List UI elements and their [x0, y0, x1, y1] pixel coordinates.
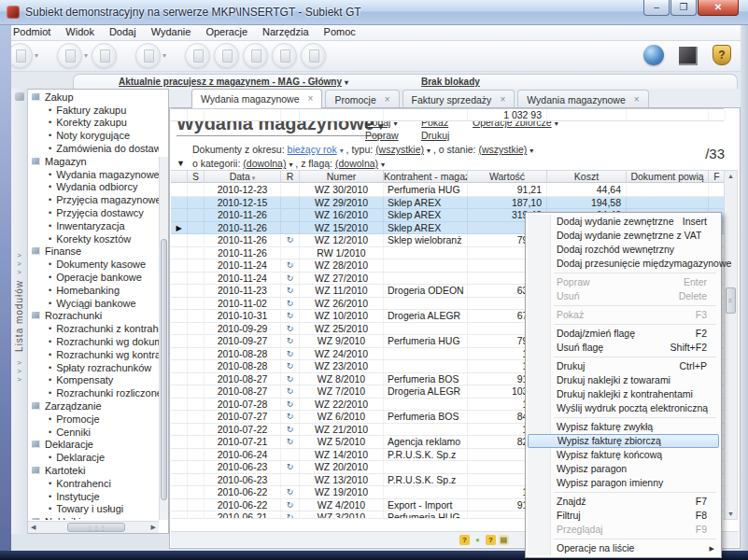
toolbar-button[interactable] [243, 43, 268, 68]
context-menu-item[interactable]: Dodaj wydanie zewnętrzneInsert [528, 215, 719, 229]
column-header[interactable]: Data▾ [205, 171, 281, 182]
dropdown-arrow-icon[interactable]: ▾ [35, 51, 38, 60]
tab-item[interactable]: Promocje× [325, 90, 399, 108]
sidebar-item[interactable]: •Wydania magazynowe [28, 168, 159, 181]
sidebar-item[interactable]: •Rozrachunki z kontrahent [28, 322, 159, 335]
filter-flag-value[interactable]: (dowolna) [335, 158, 385, 169]
tab-item[interactable]: Wydania magazynowe× [191, 89, 322, 108]
filter-category-value[interactable]: (dowolna) [243, 158, 292, 169]
sidebar-group[interactable]: Naklejki [28, 515, 159, 520]
sidebar-group[interactable]: Magazyn [28, 155, 159, 168]
menu-item[interactable]: Pomoc [317, 25, 363, 40]
context-menu-item[interactable]: PokażF3 [528, 308, 719, 322]
pin-icon[interactable] [15, 92, 24, 101]
context-menu-item[interactable]: Dodaj rozchód wewnętrzny [528, 243, 719, 257]
context-menu-item[interactable]: Wypisz fakturę końcową [528, 448, 719, 462]
menu-item[interactable]: Wydanie [144, 25, 199, 40]
context-menu-item[interactable]: Dodaj/zmień flagęF2 [528, 327, 719, 341]
dropdown-arrow-icon[interactable]: ▾ [84, 51, 88, 60]
context-menu-item[interactable]: Usuń flagęShift+F2 [528, 341, 719, 355]
toolbar-button[interactable] [7, 43, 33, 68]
context-menu-item[interactable]: Drukuj naklejki z kontrahentami [528, 387, 719, 401]
tab-item[interactable]: Wydania magazynowe× [517, 90, 648, 108]
scroll-right-icon[interactable]: ▶ [151, 524, 156, 531]
sidebar-item[interactable]: •Operacje bankowe [28, 271, 159, 284]
module-strip[interactable]: > > > Lista modułów > > > [11, 89, 28, 534]
column-header[interactable]: Dokument powią [627, 171, 709, 182]
toolbar-button[interactable] [135, 43, 161, 68]
column-header[interactable]: R [281, 171, 300, 182]
sidebar-group[interactable]: Rozrachunki [28, 310, 159, 323]
sidebar-item[interactable]: •Wyciągi bankowe [28, 297, 159, 310]
sidebar-vertical-scrollbar[interactable] [159, 157, 168, 520]
sidebar-item[interactable]: •Zamówienia do dostawcó [28, 142, 159, 155]
lock-status-link[interactable]: Brak blokady [421, 77, 480, 87]
column-header[interactable]: Wartość [468, 171, 547, 182]
sidebar-group[interactable]: Deklaracje [28, 439, 159, 452]
scrollbar-thumb[interactable] [161, 239, 167, 500]
menu-item[interactable]: Operacje [198, 25, 255, 40]
sidebar-group[interactable]: Kartoteki [28, 464, 159, 477]
column-header[interactable]: Kontrahent - magaz [384, 171, 468, 182]
minimize-button[interactable]: – [643, 0, 670, 16]
sidebar-item[interactable]: •Kontrahenci [28, 477, 159, 490]
print-link[interactable]: Drukuj [421, 130, 449, 141]
sidebar-item[interactable]: •Cenniki [28, 426, 159, 439]
filter-state-value[interactable]: (wszystkie) [478, 144, 533, 155]
close-icon[interactable]: × [385, 95, 390, 105]
context-menu-item[interactable]: ZnajdźF7 [528, 495, 719, 509]
help-shield-icon[interactable]: ? [713, 45, 731, 65]
sidebar-item[interactable]: •Promocje [28, 413, 159, 426]
column-header[interactable]: Numer [300, 171, 384, 182]
dropdown-arrow-icon[interactable]: ▾ [162, 51, 166, 60]
toolbar-button[interactable] [214, 43, 239, 68]
context-menu-item[interactable]: Wypisz fakturę zbiorczą [528, 434, 719, 448]
sidebar-item[interactable]: •Spłaty rozrachunków [28, 361, 159, 374]
sidebar-item[interactable]: •Deklaracje [28, 451, 159, 464]
sidebar-item[interactable]: •Korekty zakupu [28, 117, 159, 130]
sidebar-item[interactable]: •Przyjęcia dostawcy [28, 206, 159, 219]
close-icon[interactable]: × [634, 95, 640, 105]
context-menu-item[interactable]: Drukuj naklejki z towarami [528, 373, 719, 387]
sidebar-item[interactable]: •Faktury zakupu [28, 104, 159, 117]
toolbar-button[interactable] [272, 43, 297, 68]
sidebar-group[interactable]: Zakup [28, 91, 159, 104]
active-magazine-link[interactable]: Aktualnie pracujesz z magazynem - MAG - … [119, 77, 348, 87]
close-icon[interactable]: × [500, 95, 505, 105]
context-menu-item[interactable]: DrukujCtrl+P [528, 359, 719, 373]
sidebar-item[interactable]: •Homebanking [28, 284, 159, 297]
context-menu-item[interactable]: Wypisz fakturę zwykłą [528, 420, 719, 434]
tab-item[interactable]: Faktury sprzedaży× [402, 90, 515, 108]
filter-period-value[interactable]: bieżący rok [288, 144, 344, 155]
cube-icon[interactable] [679, 47, 698, 65]
toolbar-button[interactable] [92, 43, 117, 68]
toolbar-button[interactable] [185, 43, 210, 68]
edit-link[interactable]: Popraw [365, 130, 399, 141]
sidebar-group[interactable]: Finanse [28, 245, 159, 259]
sidebar-item[interactable]: •Instytucje [28, 490, 159, 503]
scroll-up-icon[interactable]: ▲ [725, 173, 737, 179]
sidebar-item[interactable]: •Wydania odbiorcy [28, 181, 159, 194]
scroll-down-icon[interactable]: ▼ [725, 511, 737, 517]
sidebar-item[interactable]: •Noty korygujące [28, 129, 159, 142]
table-vertical-scrollbar[interactable]: ▲ ≡ ▼ [724, 170, 738, 520]
globe-icon[interactable] [643, 45, 664, 65]
sidebar-item[interactable]: •Rozrachunki rozliczone [28, 386, 159, 399]
scroll-left-icon[interactable]: ◀ [31, 524, 35, 531]
context-menu-item[interactable]: Wypisz paragon [528, 462, 719, 476]
context-menu-item[interactable]: Wypisz paragon imienny [528, 476, 719, 490]
context-menu-item[interactable]: FiltrujF8 [528, 509, 719, 523]
close-button[interactable]: ✕ [698, 0, 739, 16]
sidebar-horizontal-scrollbar[interactable]: ◀ ⋮⋮⋮ ▶ [28, 521, 159, 533]
context-menu-item[interactable]: PrzeglądajF9 [528, 523, 719, 537]
sidebar-item[interactable]: •Dokumenty kasowe [28, 258, 159, 271]
column-header[interactable]: S [188, 171, 205, 182]
filter-toggle-icon[interactable]: ▼ [176, 159, 185, 168]
scrollbar-thumb[interactable]: ≡ [726, 287, 736, 314]
context-menu-item[interactable]: PoprawEnter [528, 275, 719, 289]
context-menu-item[interactable]: Dodaj przesunięcie międzymagazynowe [528, 257, 719, 271]
sidebar-item[interactable]: •Przyjęcia magazynowe [28, 193, 159, 206]
context-menu-item[interactable]: Dodaj wydanie zewnętrzne z VAT [528, 229, 719, 243]
filter-type-value[interactable]: (wszystkie) [375, 144, 430, 155]
maximize-button[interactable]: ❐ [670, 0, 697, 16]
